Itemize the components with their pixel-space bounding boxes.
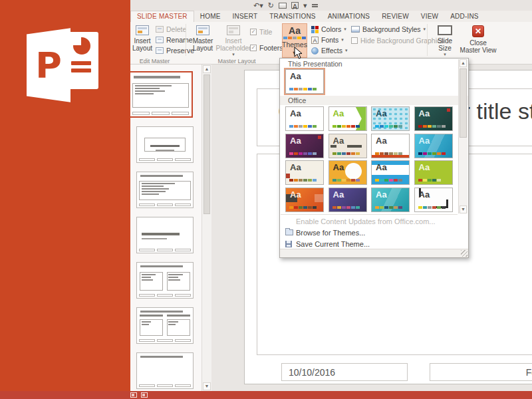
theme-tile-theme-01[interactable]: Aa bbox=[285, 106, 324, 131]
theme-tile-theme-15[interactable]: Aa bbox=[371, 188, 410, 212]
fonts-icon: A bbox=[311, 37, 319, 44]
dropdown-arrow-icon: ▾ bbox=[424, 25, 426, 33]
theme-tile-theme-16[interactable]: Aa bbox=[414, 188, 453, 212]
theme-tile-theme-03[interactable]: Aa bbox=[371, 106, 410, 131]
tab-animations[interactable]: ANIMATIONS bbox=[322, 11, 376, 22]
tab-review[interactable]: REVIEW bbox=[376, 11, 415, 22]
fonts-button[interactable]: A Fonts ▾ bbox=[311, 36, 344, 44]
tab-add-ins[interactable]: ADD-INS bbox=[444, 11, 485, 22]
menu-item-save-current-theme[interactable]: Save Current Theme... bbox=[280, 238, 468, 249]
theme-palette-strip bbox=[375, 179, 402, 182]
flag-decoration-icon bbox=[286, 174, 290, 178]
theme-aa-label: Aa bbox=[376, 190, 387, 200]
slide-thumbnail-master[interactable] bbox=[128, 71, 193, 118]
preserve-icon bbox=[156, 47, 164, 54]
theme-tile-theme-02[interactable]: Aa bbox=[329, 106, 367, 131]
rename-button[interactable]: Rename bbox=[156, 36, 193, 44]
slide-thumbnail-section[interactable] bbox=[136, 217, 194, 253]
dropdown-resize-strip[interactable] bbox=[280, 249, 468, 257]
theme-tile-theme-09[interactable]: Aa bbox=[285, 160, 324, 185]
theme-tile-theme-07[interactable]: Aa bbox=[371, 134, 410, 158]
background-styles-button[interactable]: Background Styles ▾ bbox=[351, 25, 426, 33]
customize-toolbar-icon[interactable] bbox=[312, 6, 318, 7]
resize-grip-icon[interactable] bbox=[461, 250, 467, 257]
dropdown-arrow-icon: ▾ bbox=[444, 53, 446, 57]
theme-tile-theme-06[interactable]: Aa bbox=[329, 134, 367, 158]
thumbnails-scrollbar[interactable]: ▲ ▼ bbox=[201, 65, 211, 391]
slide-master-indicator-icon[interactable] bbox=[130, 392, 137, 398]
theme-tile-theme-10[interactable]: Aa bbox=[329, 160, 367, 185]
preserve-button[interactable]: Preserve bbox=[156, 47, 194, 55]
undo-icon[interactable]: ↶▾ bbox=[253, 1, 263, 9]
effects-button[interactable]: Effects ▾ bbox=[311, 47, 347, 55]
close-icon: ✕ bbox=[472, 25, 484, 37]
rename-icon bbox=[156, 37, 164, 43]
slide-thumbnails bbox=[123, 65, 201, 391]
background-styles-icon bbox=[351, 26, 360, 33]
insert-layout-button[interactable]: Insert Layout bbox=[129, 24, 156, 57]
tab-home[interactable]: HOME bbox=[194, 11, 227, 22]
scrollbar-thumb[interactable] bbox=[203, 74, 210, 214]
video-brand-panel: P bbox=[0, 0, 130, 399]
theme-aa-label: Aa bbox=[419, 190, 430, 200]
reddot-decoration-icon bbox=[447, 108, 450, 112]
master-layout-icon bbox=[196, 25, 209, 35]
scroll-down-icon[interactable]: ▼ bbox=[460, 205, 467, 213]
reddot-decoration-icon bbox=[318, 136, 321, 139]
scroll-up-icon[interactable]: ▲ bbox=[203, 65, 211, 73]
theme-palette-strip bbox=[332, 179, 360, 182]
section-this-presentation: This Presentation bbox=[280, 59, 468, 68]
scrollbar-thumb[interactable] bbox=[460, 68, 467, 138]
font-box-icon[interactable]: A bbox=[291, 2, 299, 9]
insert-placeholder-button[interactable]: Insert Placeholder ▾ bbox=[217, 24, 250, 57]
tab-slide-master[interactable]: SLIDE MASTER bbox=[130, 11, 194, 22]
master-layout-button[interactable]: Master Layout bbox=[190, 24, 215, 57]
current-theme-tile[interactable]: Aa bbox=[285, 69, 324, 94]
slide-thumbnail-title[interactable] bbox=[136, 126, 194, 163]
theme-palette-strip bbox=[418, 125, 446, 128]
theme-tile-theme-08[interactable]: Aa bbox=[414, 134, 453, 158]
theme-tile-theme-13[interactable]: Aa bbox=[285, 188, 324, 212]
footers-checkbox[interactable]: Footers bbox=[250, 44, 283, 52]
theme-tile-theme-04[interactable]: Aa bbox=[414, 106, 453, 131]
theme-tile-theme-12[interactable]: Aa bbox=[414, 160, 453, 185]
menu-item-browse-for-themes[interactable]: Browse for Themes... bbox=[280, 227, 468, 238]
themes-scrollbar[interactable]: ▲ ▼ bbox=[458, 59, 467, 213]
ribbon-tabs: SLIDE MASTERHOMEINSERTTRANSITIONSANIMATI… bbox=[123, 11, 532, 22]
start-slideshow-icon[interactable] bbox=[279, 3, 287, 9]
theme-aa-label: Aa bbox=[376, 136, 387, 146]
tab-insert[interactable]: INSERT bbox=[227, 11, 264, 22]
slide-thumbnail-content[interactable] bbox=[136, 172, 194, 208]
more-commands-icon[interactable]: ▾ bbox=[303, 1, 307, 9]
tab-transitions[interactable]: TRANSITIONS bbox=[263, 11, 321, 22]
browse-folder-icon bbox=[285, 229, 296, 235]
theme-palette-strip bbox=[332, 125, 360, 128]
logo-flag-icon: P bbox=[27, 27, 70, 104]
theme-palette-strip bbox=[375, 125, 402, 128]
insert-placeholder-icon bbox=[227, 25, 240, 35]
close-master-view-button[interactable]: ✕ Close Master View bbox=[460, 24, 497, 57]
slide-thumbnail-two-content[interactable] bbox=[136, 262, 194, 299]
colors-button[interactable]: Colors ▾ bbox=[311, 25, 346, 33]
hide-background-graphics-checkbox[interactable]: Hide Background Graphics bbox=[351, 37, 444, 45]
redo-icon[interactable]: ↻ bbox=[268, 1, 274, 9]
title-checkbox[interactable]: Title bbox=[250, 28, 272, 36]
current-theme-wrap: Aa bbox=[285, 69, 324, 94]
theme-aa-label: Aa bbox=[333, 162, 344, 172]
slide-thumbnail-comparison[interactable] bbox=[136, 307, 194, 344]
theme-tile-theme-05[interactable]: Aa bbox=[285, 134, 324, 158]
bottombar-decoration-icon bbox=[372, 155, 409, 158]
date-placeholder[interactable]: 10/10/2016 bbox=[281, 363, 408, 381]
scroll-down-icon[interactable]: ▼ bbox=[203, 382, 211, 390]
theme-tile-theme-11[interactable]: Aa bbox=[371, 160, 410, 185]
scroll-up-icon[interactable]: ▲ bbox=[460, 59, 467, 67]
checkbox-icon bbox=[250, 29, 257, 35]
tab-view[interactable]: VIEW bbox=[415, 11, 444, 22]
delete-button[interactable]: Delete bbox=[156, 25, 186, 33]
slide-size-button[interactable]: Slide Size ▾ bbox=[432, 24, 458, 57]
footer-placeholder[interactable]: Footer bbox=[430, 363, 532, 381]
checkbox-icon bbox=[351, 37, 358, 44]
theme-tile-theme-14[interactable]: Aa bbox=[329, 188, 367, 212]
layout-indicator-icon[interactable] bbox=[141, 392, 148, 398]
slide-thumbnail-title-only[interactable] bbox=[136, 352, 194, 389]
